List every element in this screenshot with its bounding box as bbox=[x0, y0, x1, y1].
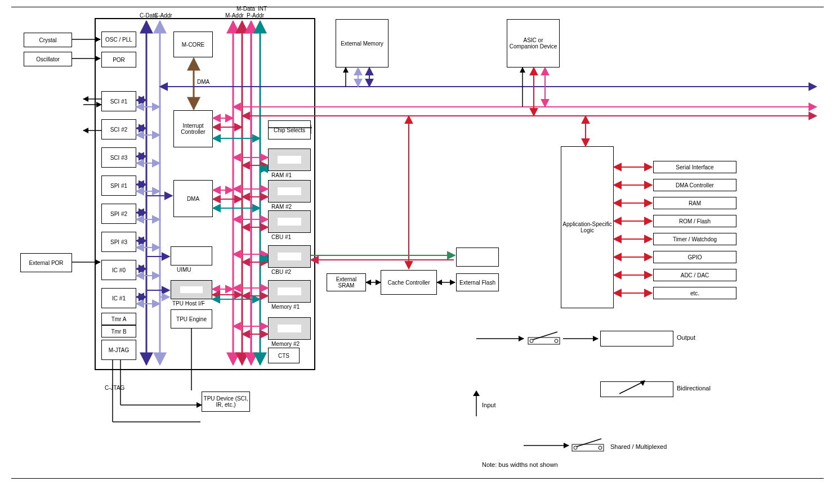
caddr-taps bbox=[136, 107, 169, 304]
arrows-layer bbox=[0, 0, 835, 504]
lbl-mdata: M-Data bbox=[236, 6, 255, 12]
left-io-arrows bbox=[83, 99, 101, 130]
svg-line-78 bbox=[577, 439, 601, 447]
lbl-caddr: C-Addr bbox=[154, 12, 172, 19]
legend-bidir-label: Bidirectional bbox=[677, 385, 711, 392]
diagram-stage: Crystal Oscillator External POR OSC / PL… bbox=[0, 0, 835, 504]
lbl-dma: DMA bbox=[197, 79, 209, 85]
lbl-maddr: M-Addr bbox=[225, 12, 244, 19]
legend-input-label: Input bbox=[482, 402, 495, 408]
center-taps bbox=[213, 118, 260, 208]
legend-note-label: Note: bus widths not shown bbox=[482, 461, 558, 468]
cdata-taps bbox=[136, 100, 172, 297]
svg-point-71 bbox=[555, 339, 558, 343]
svg-line-72 bbox=[533, 332, 557, 340]
right-list-arrows bbox=[614, 167, 652, 293]
legend-muxed-label: Shared / Multiplexed bbox=[610, 443, 667, 450]
top-ext-links bbox=[346, 68, 545, 116]
lbl-paddr: P-Addr bbox=[247, 12, 264, 19]
legend-group bbox=[473, 332, 645, 451]
legend-output-label: Output bbox=[677, 334, 695, 341]
lbl-int: INT bbox=[258, 6, 267, 12]
svg-point-77 bbox=[599, 446, 602, 449]
